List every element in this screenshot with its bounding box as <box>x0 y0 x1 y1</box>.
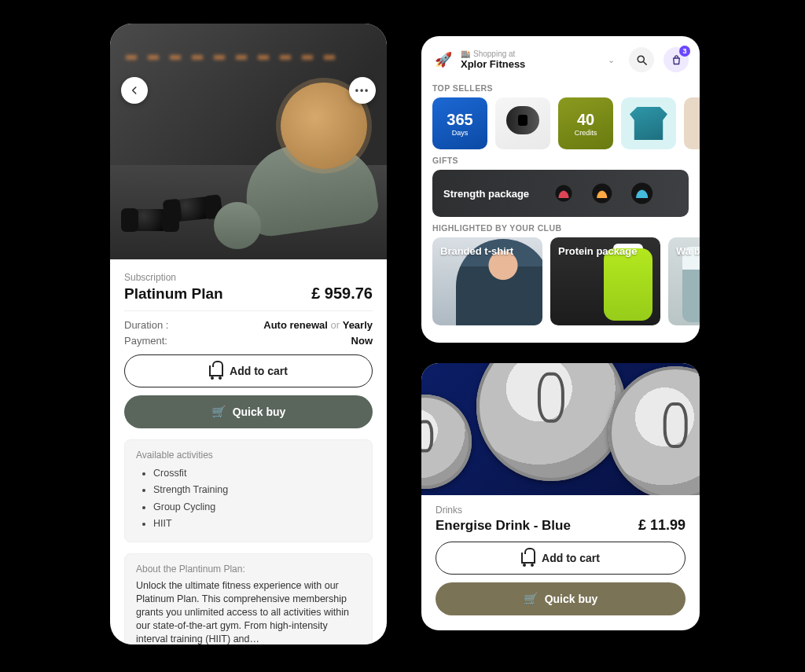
drink-hero-image <box>421 363 700 495</box>
can-icon <box>476 363 626 481</box>
back-button[interactable] <box>121 77 148 104</box>
store-screen: 🚀 🏬 Shopping at Xplor Fitness ⌄ 3 TOP SE… <box>421 36 700 343</box>
store-icon: 🏬 <box>461 50 470 58</box>
rocket-icon: 🚀 <box>432 49 454 71</box>
about-box: About the Plantinum Plan: Unlock the ult… <box>124 553 373 644</box>
top-sellers-heading: TOP SELLERS <box>421 77 700 97</box>
highlight-branded-tshirt[interactable]: Branded t-shirt <box>432 237 542 325</box>
gifts-strength-package[interactable]: Strength package <box>432 170 689 217</box>
product-detail-screen: ••• Subscription Platinum Plan £ 959.76 … <box>110 24 387 644</box>
cart-button[interactable]: 3 <box>663 47 689 72</box>
activities-heading: Available activities <box>136 450 361 461</box>
card-sub: Credits <box>575 129 597 137</box>
person-photo <box>222 83 379 240</box>
search-button[interactable] <box>629 47 654 72</box>
quick-buy-button[interactable]: 🛒 Quick buy <box>124 395 373 428</box>
drink-quick-buy-label: Quick buy <box>545 593 598 605</box>
highlight-title: Wa bott <box>676 245 700 258</box>
highlight-title: Branded t-shirt <box>440 245 535 258</box>
card-sub: Days <box>452 129 469 137</box>
shopping-at-label: Shopping at <box>473 50 515 58</box>
cart-badge: 3 <box>679 46 690 57</box>
highlighted-row: Branded t-shirt Protein package Wa bott <box>421 237 700 336</box>
quick-buy-label: Quick buy <box>233 406 286 418</box>
duration-value: Auto renewal <box>263 319 328 331</box>
can-icon <box>421 395 472 489</box>
store-header: 🚀 🏬 Shopping at Xplor Fitness ⌄ 3 <box>421 36 700 77</box>
drink-add-to-cart-button[interactable]: Add to cart <box>436 542 686 575</box>
highlight-protein-package[interactable]: Protein package <box>550 237 660 325</box>
add-to-cart-button[interactable]: Add to cart <box>124 354 373 387</box>
store-name: Xplor Fitness <box>461 58 601 70</box>
chevron-left-icon <box>129 85 140 96</box>
duration-row: Duration : Auto renewal or Yearly <box>124 319 373 331</box>
subscription-label: Subscription <box>124 272 373 283</box>
activities-box: Available activities Crossfit Strength T… <box>124 439 373 542</box>
cart-icon <box>521 553 535 564</box>
product-price: £ 959.76 <box>311 285 373 303</box>
gifts-banner-title: Strength package <box>443 188 529 200</box>
highlighted-heading: HIGHLIGHTED BY YOUR CLUB <box>421 217 700 237</box>
quick-buy-icon: 🛒 <box>211 405 226 419</box>
hero-image: ••• <box>110 24 387 259</box>
drink-product-card: Drinks Energise Drink - Blue £ 11.99 Add… <box>421 363 700 630</box>
drink-add-to-cart-label: Add to cart <box>542 552 600 564</box>
svg-point-0 <box>638 56 644 62</box>
card-number: 40 <box>577 111 594 129</box>
duration-alt: Yearly <box>343 319 373 331</box>
product-title: Platinum Plan <box>124 285 223 303</box>
card-number: 365 <box>447 111 472 129</box>
activity-item: HIIT <box>153 516 361 532</box>
top-sellers-row: 365 Days 40 Credits <box>421 97 700 149</box>
top-seller-40-credits[interactable]: 40 Credits <box>558 97 613 149</box>
top-seller-tshirt[interactable] <box>621 97 676 149</box>
more-icon: ••• <box>355 85 370 96</box>
activity-item: Group Cycling <box>153 499 361 516</box>
drink-title: Energise Drink - Blue <box>436 518 571 534</box>
product-header-section: Subscription Platinum Plan £ 959.76 Dura… <box>110 259 387 644</box>
search-icon <box>636 54 648 66</box>
gifts-heading: GIFTS <box>421 149 700 170</box>
dumbbell-icon <box>134 209 167 231</box>
payment-label: Payment: <box>124 335 167 347</box>
quick-buy-icon: 🛒 <box>524 592 539 606</box>
drink-quick-buy-button[interactable]: 🛒 Quick buy <box>436 582 686 615</box>
add-to-cart-label: Add to cart <box>230 365 288 377</box>
about-heading: About the Plantinum Plan: <box>136 564 361 575</box>
highlight-title: Protein package <box>558 245 652 258</box>
drink-category: Drinks <box>436 505 686 516</box>
activity-item: Crossfit <box>153 465 361 482</box>
duration-label: Duration : <box>124 319 168 331</box>
drink-price: £ 11.99 <box>638 517 686 534</box>
chevron-down-icon: ⌄ <box>608 55 615 65</box>
cart-icon <box>209 365 223 376</box>
about-body: Unlock the ultimate fitness experience w… <box>136 579 361 644</box>
more-button[interactable]: ••• <box>349 77 376 104</box>
payment-row: Payment: Now <box>124 335 373 347</box>
duration-or: or <box>328 319 343 331</box>
top-seller-box[interactable] <box>684 97 700 149</box>
payment-value: Now <box>351 335 373 347</box>
dumbbell-icon <box>175 196 211 222</box>
bag-icon <box>671 54 682 66</box>
store-selector[interactable]: 🏬 Shopping at Xplor Fitness <box>461 50 601 70</box>
tshirt-icon <box>630 107 667 140</box>
tracker-icon <box>506 106 539 134</box>
top-seller-365-days[interactable]: 365 Days <box>432 97 487 149</box>
top-seller-fitness-tracker[interactable] <box>495 97 550 149</box>
highlight-water-bottle[interactable]: Wa bott <box>668 237 700 325</box>
activity-item: Strength Training <box>153 482 361 498</box>
